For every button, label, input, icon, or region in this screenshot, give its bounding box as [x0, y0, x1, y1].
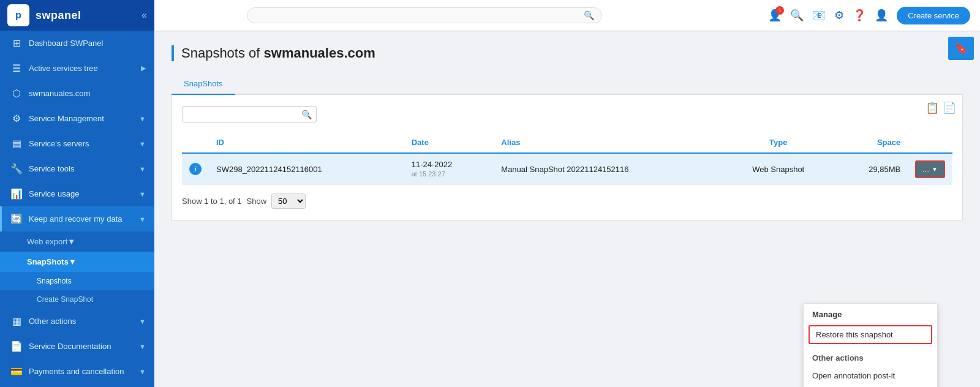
sidebar-item-label: SnapShots: [27, 257, 69, 266]
row-info-icon[interactable]: i: [182, 153, 209, 185]
sidebar-item-create-snapshot[interactable]: Create SnapShot: [0, 290, 154, 309]
search-bar: 🔍: [247, 7, 602, 23]
chevron-down-icon: ▼: [139, 165, 146, 173]
sidebar-item-label: Other actions: [29, 317, 133, 326]
context-menu-manage-title: Manage: [804, 304, 937, 323]
chevron-down-icon: ▼: [139, 343, 146, 350]
row-actions: ... ▼: [908, 153, 952, 185]
create-service-button[interactable]: Create service: [897, 7, 970, 24]
chevron-right-icon: ▶: [141, 64, 146, 72]
payments-icon: 💳: [10, 366, 23, 377]
sidebar-item-active-services-tree[interactable]: ☰ Active services tree ▶: [0, 56, 154, 81]
sidebar-item-service-tools[interactable]: 🔧 Service tools ▼: [0, 156, 154, 181]
row-space: 29,85MB: [832, 153, 908, 185]
search-icon: 🔍: [584, 10, 594, 20]
col-type: Type: [724, 132, 832, 153]
sidebar-item-label: Active services tree: [29, 64, 135, 73]
site-icon: ⬡: [10, 88, 23, 99]
row-alias: Manual SnapShot 20221124152116: [494, 153, 724, 185]
servers-icon: ▤: [10, 138, 23, 149]
sidebar-item-web-export[interactable]: Web export ▼: [0, 231, 154, 252]
help-icon[interactable]: ❓: [853, 9, 866, 22]
chevron-down-icon: ▼: [139, 140, 146, 148]
show-row: Show 1 to 1, of 1 Show 25 50 100: [182, 194, 952, 209]
sidebar-item-label: Service Documentation: [29, 342, 133, 351]
snapshots-table: ID Date Alias Type Space i SW298_2022112…: [182, 132, 952, 185]
sidebar-item-snapshots[interactable]: Snapshots: [0, 272, 154, 290]
active-services-icon: ☰: [10, 62, 23, 74]
tabs-bar: SnapShots: [172, 73, 963, 95]
sidebar-item-label: Service tools: [29, 164, 133, 173]
sidebar-item-label: Snapshots: [37, 277, 72, 285]
sidebar-item-services-servers[interactable]: ▤ Service's servers ▼: [0, 131, 154, 156]
search-topbar-icon[interactable]: 🔍: [790, 9, 804, 22]
chevron-down-icon: ▼: [67, 237, 75, 246]
chevron-down-icon: ▼: [139, 190, 146, 198]
sidebar: p swpanel « ⊞ Dashboard SWPanel ☰ Active…: [0, 0, 154, 387]
notifications-icon[interactable]: 👤 1: [768, 9, 782, 22]
col-id: ID: [209, 132, 404, 153]
settings-icon[interactable]: ⚙: [834, 9, 844, 22]
col-space: Space: [832, 132, 908, 153]
content-box: 📋 📄 🔍 ID Date Alias Type Space: [172, 95, 963, 220]
top-right-icons: 📋 📄: [925, 101, 956, 115]
sidebar-logo: p: [7, 4, 29, 26]
table-search-input[interactable]: [182, 106, 317, 122]
sidebar-item-label: Service usage: [29, 189, 133, 198]
col-date: Date: [404, 132, 494, 153]
topbar-icons: 👤 1 🔍 📧 ⚙ ❓ 👤 Create service: [768, 7, 970, 24]
sidebar-item-keep-recover[interactable]: 🔄 Keep and recover my data ▼: [0, 206, 154, 231]
sidebar-item-snapshots-group[interactable]: SnapShots ▼: [0, 252, 154, 272]
show-label: Show: [247, 197, 267, 206]
sidebar-item-service-documentation[interactable]: 📄 Service Documentation ▼: [0, 334, 154, 359]
sidebar-item-label: Web export: [27, 237, 67, 246]
sidebar-item-label: Create SnapShot: [37, 295, 93, 304]
profile-icon[interactable]: 👤: [875, 9, 888, 22]
context-menu-other-title: Other actions: [804, 350, 937, 366]
other-actions-icon: ▦: [10, 315, 23, 327]
chevron-down-icon: ▼: [139, 368, 146, 375]
chevron-down-icon: ▼: [139, 115, 146, 122]
sidebar-item-service-management[interactable]: ⚙ Service Management ▼: [0, 106, 154, 131]
notification-badge: 1: [775, 6, 784, 15]
keep-recover-icon: 🔄: [10, 213, 23, 225]
sidebar-item-other-actions[interactable]: ▦ Other actions ▼: [0, 309, 154, 334]
export-icon[interactable]: 📋: [925, 101, 939, 115]
tab-snapshots[interactable]: SnapShots: [172, 73, 235, 95]
documentation-icon: 📄: [10, 340, 23, 352]
sidebar-title: swpanel: [36, 9, 81, 22]
context-menu-restore[interactable]: Restore this snapshot: [809, 325, 932, 344]
sidebar-collapse-button[interactable]: «: [141, 10, 147, 21]
topbar: 🔍 👤 1 🔍 📧 ⚙ ❓ 👤 Create service: [154, 0, 980, 31]
sidebar-item-label: swmanuales.com: [29, 89, 146, 98]
context-menu-open-annotation[interactable]: Open annotation post-it: [804, 366, 937, 385]
sidebar-header: p swpanel «: [0, 0, 154, 31]
main-content: Snapshots of swmanuales.com SnapShots 📋 …: [154, 31, 980, 387]
page-title: Snapshots of swmanuales.com: [172, 45, 963, 61]
sidebar-item-dashboard[interactable]: ⊞ Dashboard SWPanel: [0, 31, 154, 56]
sidebar-item-label: Service Management: [29, 114, 133, 123]
row-type: Web Snapshot: [724, 153, 832, 185]
row-id: SW298_20221124152116001: [209, 153, 404, 185]
sidebar-item-service-usage[interactable]: 📊 Service usage ▼: [0, 181, 154, 206]
row-actions-button[interactable]: ... ▼: [915, 160, 945, 178]
chevron-down-icon: ▼: [139, 216, 146, 223]
search-input[interactable]: [255, 11, 584, 20]
row-date: 11-24-2022 at 15:23:27: [404, 153, 494, 185]
col-alias: Alias: [494, 132, 724, 153]
table-search-icon: 🔍: [301, 110, 312, 119]
chevron-down-icon: ▼: [139, 318, 146, 325]
sidebar-item-label: Service's servers: [29, 139, 133, 148]
sidebar-item-swmanuales[interactable]: ⬡ swmanuales.com: [0, 81, 154, 106]
sidebar-item-label: Dashboard SWPanel: [29, 39, 146, 48]
sidebar-item-payments-cancellation[interactable]: 💳 Payments and cancellation ▼: [0, 359, 154, 384]
context-menu: Manage Restore this snapshot Other actio…: [803, 303, 938, 387]
chevron-down-icon: ▼: [69, 257, 77, 266]
table-row: i SW298_20221124152116001 11-24-2022 at …: [182, 153, 952, 185]
messages-icon[interactable]: 📧: [812, 9, 826, 22]
sidebar-item-label: Payments and cancellation: [29, 367, 133, 376]
show-select[interactable]: 25 50 100: [271, 194, 306, 209]
bookmark-widget[interactable]: 🔖: [948, 37, 974, 60]
copy-icon[interactable]: 📄: [943, 101, 956, 115]
show-count-label: Show 1 to 1, of 1: [182, 197, 242, 206]
